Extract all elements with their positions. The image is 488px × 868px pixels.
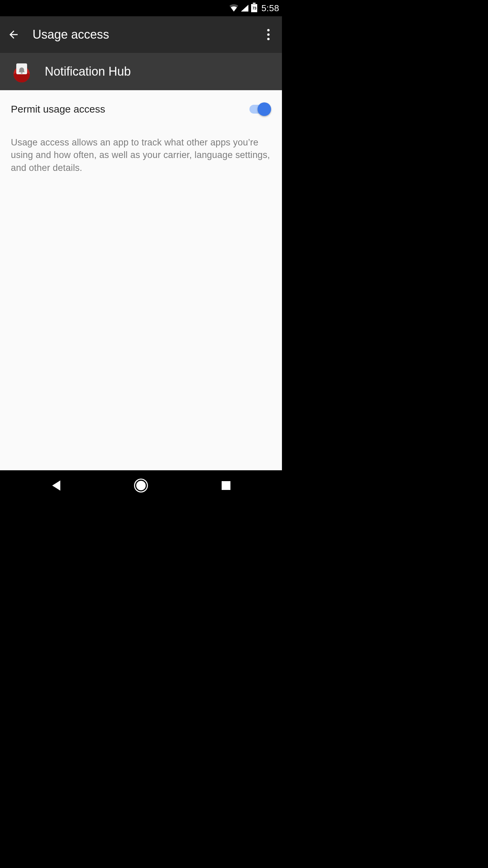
back-button[interactable] [5,26,22,43]
switch-thumb [258,102,271,116]
page-title: Usage access [33,27,260,42]
wifi-icon [229,4,239,12]
permit-usage-access-label: Permit usage access [11,103,105,115]
navigation-bar [0,470,282,501]
svg-point-1 [267,34,270,36]
svg-rect-7 [222,481,230,490]
nav-back-icon [51,480,61,491]
status-time: 5:58 [261,3,279,14]
battery-percent: 73 [252,6,256,10]
usage-access-description: Usage access allows an app to track what… [11,136,271,174]
nav-back-button[interactable] [36,475,76,496]
arrow-back-icon [7,28,20,41]
nav-recents-icon [221,480,231,491]
battery-icon: 73 [250,4,258,13]
content-area: Permit usage access Usage access allows … [0,90,282,470]
nav-home-button[interactable] [121,475,161,496]
app-bar: Usage access [0,16,282,53]
permit-usage-access-toggle[interactable] [247,102,271,116]
svg-point-6 [136,481,146,490]
nav-home-icon [134,478,148,493]
cell-signal-icon [240,4,249,12]
svg-point-2 [267,38,270,40]
app-header: Notification Hub [0,53,282,90]
app-icon [11,61,33,82]
more-options-button[interactable] [260,26,277,43]
status-bar: 73 5:58 [0,0,282,16]
svg-point-0 [267,29,270,32]
more-vert-icon [267,29,270,40]
nav-recents-button[interactable] [206,475,246,496]
permit-usage-access-row[interactable]: Permit usage access [11,100,271,119]
app-name: Notification Hub [45,64,131,79]
